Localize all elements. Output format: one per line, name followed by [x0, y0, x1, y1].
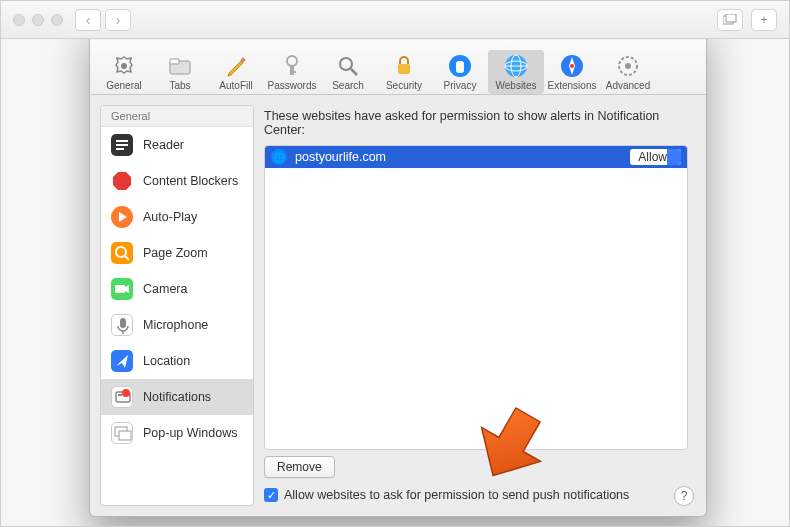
sidebar-item-label: Notifications [143, 390, 211, 404]
svg-rect-22 [116, 140, 128, 142]
toolbar-label: AutoFill [219, 80, 252, 91]
svg-rect-33 [119, 431, 131, 440]
browser-window: ‹ › + pcrisk.com Websites GeneralTabsAut… [0, 0, 790, 527]
microphone-icon [111, 314, 133, 336]
sidebar-item-microphone[interactable]: Microphone [101, 307, 253, 343]
sidebar-item-label: Reader [143, 138, 184, 152]
sidebar-item-label: Content Blockers [143, 174, 238, 188]
toolbar-label: Security [386, 80, 422, 91]
page-zoom-icon [111, 242, 133, 264]
toolbar-label: Advanced [606, 80, 650, 91]
security-icon [391, 53, 417, 79]
sidebar-item-label: Microphone [143, 318, 208, 332]
svg-point-9 [340, 58, 352, 70]
toolbar-autofill[interactable]: AutoFill [208, 50, 264, 94]
sidebar-item-label: Pop-up Windows [143, 426, 238, 440]
sidebar-item-popup-windows[interactable]: Pop-up Windows [101, 415, 253, 451]
plus-button[interactable]: + [751, 9, 777, 31]
prefs-toolbar: GeneralTabsAutoFillPasswordsSearchSecuri… [90, 40, 706, 95]
site-list[interactable]: 🌐postyourlife.comAllow▴▾ [264, 145, 688, 450]
toolbar-label: Search [332, 80, 364, 91]
toolbar-websites[interactable]: Websites [488, 50, 544, 94]
toolbar-label: General [106, 80, 142, 91]
remove-button[interactable]: Remove [264, 456, 335, 478]
svg-rect-23 [116, 144, 128, 146]
search-icon [335, 53, 361, 79]
preferences-window: Websites GeneralTabsAutoFillPasswordsSea… [89, 39, 707, 517]
toolbar-general[interactable]: General [96, 50, 152, 94]
popup-windows-icon [111, 422, 133, 444]
notifications-icon [111, 386, 133, 408]
sidebar-item-label: Page Zoom [143, 246, 208, 260]
sidebar-item-camera[interactable]: Camera [101, 271, 253, 307]
svg-rect-11 [398, 64, 410, 74]
main-panel: These websites have asked for permission… [260, 95, 706, 516]
svg-rect-1 [726, 14, 736, 22]
svg-point-2 [121, 63, 127, 69]
svg-rect-7 [290, 65, 294, 75]
toolbar-passwords[interactable]: Passwords [264, 50, 320, 94]
browser-nav: ‹ › [75, 9, 131, 31]
main-heading: These websites have asked for permission… [264, 109, 688, 137]
content-blockers-icon [111, 170, 133, 192]
svg-rect-28 [120, 318, 126, 328]
extensions-icon [559, 53, 585, 79]
browser-traffic-lights [13, 14, 63, 26]
svg-rect-24 [116, 148, 124, 150]
svg-rect-8 [290, 71, 296, 73]
sidebar-item-reader[interactable]: Reader [101, 127, 253, 163]
sidebar-item-page-zoom[interactable]: Page Zoom [101, 235, 253, 271]
sidebar-item-label: Camera [143, 282, 187, 296]
toolbar-label: Extensions [548, 80, 597, 91]
sidebar-item-location[interactable]: Location [101, 343, 253, 379]
sidebar-header: General [101, 106, 253, 127]
svg-rect-13 [456, 61, 464, 73]
browser-titlebar: ‹ › + [1, 1, 789, 39]
toolbar-tabs[interactable]: Tabs [152, 50, 208, 94]
checkbox-label: Allow websites to ask for permission to … [284, 488, 629, 502]
forward-button[interactable]: › [105, 9, 131, 31]
toolbar-extensions[interactable]: Extensions [544, 50, 600, 94]
site-favicon-icon: 🌐 [271, 149, 287, 165]
svg-line-26 [125, 256, 129, 260]
privacy-icon [447, 53, 473, 79]
toolbar-advanced[interactable]: Advanced [600, 50, 656, 94]
prefs-titlebar: Websites [90, 39, 706, 40]
site-domain: postyourlife.com [295, 150, 622, 164]
toolbar-label: Privacy [444, 80, 477, 91]
camera-icon [111, 278, 133, 300]
allow-ask-row[interactable]: ✓ Allow websites to ask for permission t… [264, 488, 688, 502]
svg-line-10 [351, 69, 357, 75]
back-button[interactable]: ‹ [75, 9, 101, 31]
toolbar-privacy[interactable]: Privacy [432, 50, 488, 94]
svg-rect-27 [115, 285, 125, 293]
sidebar-item-content-blockers[interactable]: Content Blockers [101, 163, 253, 199]
toolbar-security[interactable]: Security [376, 50, 432, 94]
passwords-icon [279, 53, 305, 79]
sidebar-container: General ReaderContent BlockersAuto-PlayP… [90, 95, 260, 516]
advanced-icon [615, 53, 641, 79]
toolbar-search[interactable]: Search [320, 50, 376, 94]
websites-icon [503, 53, 529, 79]
sidebar-item-auto-play[interactable]: Auto-Play [101, 199, 253, 235]
checkbox-icon[interactable]: ✓ [264, 488, 278, 502]
traffic-dim-icon [32, 14, 44, 26]
tabs-icon[interactable] [717, 9, 743, 31]
location-icon [111, 350, 133, 372]
sidebar-item-label: Auto-Play [143, 210, 197, 224]
site-row[interactable]: 🌐postyourlife.comAllow▴▾ [265, 146, 687, 168]
auto-play-icon [111, 206, 133, 228]
svg-point-25 [116, 247, 126, 257]
tabs-icon [167, 53, 193, 79]
svg-point-21 [625, 63, 631, 69]
badge-dot-icon [122, 389, 130, 397]
sidebar: General ReaderContent BlockersAuto-PlayP… [100, 105, 254, 506]
autofill-icon [223, 53, 249, 79]
help-button[interactable]: ? [674, 486, 694, 506]
permission-select[interactable]: Allow▴▾ [630, 149, 681, 165]
svg-rect-4 [170, 59, 179, 64]
prefs-body: General ReaderContent BlockersAuto-PlayP… [90, 95, 706, 516]
toolbar-label: Websites [496, 80, 537, 91]
sidebar-item-notifications[interactable]: Notifications [101, 379, 253, 415]
general-icon [111, 53, 137, 79]
